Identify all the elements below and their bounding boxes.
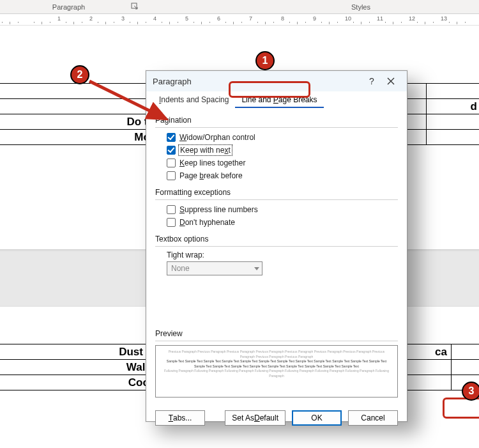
preview-box: Previous Paragraph Previous Paragraph Pr… xyxy=(155,345,398,398)
divider xyxy=(155,199,398,200)
ribbon-group-styles: Styles xyxy=(227,0,479,13)
checkbox-widow-orphan[interactable]: Widow/Orphan control xyxy=(167,132,398,143)
divider xyxy=(155,341,398,341)
checkbox-icon xyxy=(167,146,176,155)
ruler-number: 8 xyxy=(281,15,284,22)
set-as-default-button[interactable]: Set As Default xyxy=(225,410,285,426)
checkbox-icon xyxy=(167,218,176,227)
ruler-number: 5 xyxy=(185,15,188,22)
ruler-number: 1 xyxy=(57,15,61,22)
checkbox-suppress-line-numbers[interactable]: Suppress line numbers xyxy=(167,204,398,215)
annotation-marker-2: 2 xyxy=(70,65,89,84)
annotation-arrow xyxy=(86,78,176,131)
paragraph-dialog-launcher-icon[interactable] xyxy=(130,2,139,11)
dialog-tabs: Indents and Spacing Line and Page Breaks xyxy=(146,91,407,108)
ruler-number: 9 xyxy=(313,15,316,22)
dialog-button-row: Tabs... Set As Default OK Cancel xyxy=(146,404,407,433)
horizontal-ruler[interactable]: 2112345678910111213 xyxy=(0,14,479,26)
ruler-number: 12 xyxy=(409,15,415,22)
ruler-number: 4 xyxy=(153,15,156,22)
tight-wrap-combo[interactable]: None xyxy=(167,261,262,275)
dialog-body: Pagination Widow/Orphan control Keep wit… xyxy=(146,108,407,404)
ribbon-group-paragraph: Paragraph xyxy=(0,0,137,13)
paragraph-dialog: Paragraph ? Indents and Spacing Line and… xyxy=(146,70,407,422)
checkbox-dont-hyphenate[interactable]: Don't hyphenate xyxy=(167,217,398,228)
checkbox-icon xyxy=(167,133,176,142)
preview-following-text: Following Paragraph Following Paragraph … xyxy=(161,369,392,378)
tab-line-page-breaks[interactable]: Line and Page Breaks xyxy=(235,92,323,108)
preview-sample-text: Sample Text Sample Text Sample Text Samp… xyxy=(161,359,392,369)
chevron-down-icon xyxy=(254,267,259,270)
tabs-button[interactable]: Tabs... xyxy=(155,410,205,426)
annotation-marker-1: 1 xyxy=(255,51,275,70)
ribbon-group-label: Paragraph xyxy=(52,3,85,11)
ribbon-group-label: Styles xyxy=(351,3,370,11)
ruler-number: 7 xyxy=(249,15,252,22)
checkbox-page-break-before[interactable]: Page break before xyxy=(167,170,398,182)
checkbox-icon xyxy=(167,158,176,167)
tight-wrap-label: Tight wrap: xyxy=(167,251,398,259)
ribbon-groups: Paragraph Styles xyxy=(0,0,479,14)
ok-button[interactable]: OK xyxy=(292,410,342,426)
checkbox-keep-with-next[interactable]: Keep with next xyxy=(167,144,398,156)
divider xyxy=(155,246,398,247)
textbox-options-label: Textbox options xyxy=(155,235,398,243)
checkbox-keep-lines-together[interactable]: Keep lines together xyxy=(167,157,398,169)
divider xyxy=(155,127,398,128)
close-icon xyxy=(387,77,395,85)
ruler-number: 10 xyxy=(345,15,351,22)
close-button[interactable] xyxy=(381,72,400,90)
pagination-group-label: Pagination xyxy=(155,116,398,125)
preview-previous-text: Previous Paragraph Previous Paragraph Pr… xyxy=(161,350,392,359)
cancel-button[interactable]: Cancel xyxy=(348,410,398,426)
cell[interactable]: d xyxy=(426,99,479,114)
formatting-exceptions-label: Formatting exceptions xyxy=(155,188,398,197)
svg-line-1 xyxy=(89,81,166,119)
document-canvas: 3 d Do the shopping Mow the lawn Dust th… xyxy=(0,26,479,448)
ruler-number: 3 xyxy=(121,15,125,22)
preview-label: Preview xyxy=(155,329,398,338)
ruler-number: 11 xyxy=(377,15,383,22)
combo-value: None xyxy=(171,264,190,273)
ruler-number: 13 xyxy=(441,15,447,22)
dialog-titlebar[interactable]: Paragraph ? xyxy=(146,71,407,91)
help-button[interactable]: ? xyxy=(362,72,381,90)
checkbox-icon xyxy=(167,205,176,214)
annotation-marker-3: 3 xyxy=(462,382,479,401)
checkbox-icon xyxy=(167,171,176,180)
ruler-number: 6 xyxy=(217,15,220,22)
ruler-number: 2 xyxy=(89,15,93,22)
